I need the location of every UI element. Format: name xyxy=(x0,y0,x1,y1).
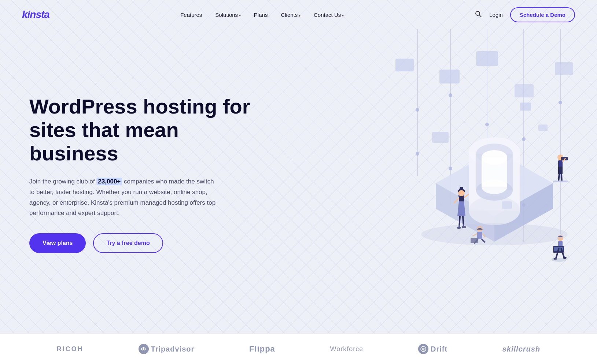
svg-point-8 xyxy=(449,167,452,170)
schedule-demo-button[interactable]: Schedule a Demo xyxy=(510,7,575,22)
brand-ricoh: RICOH xyxy=(57,345,84,353)
hero-section: WordPress hosting for sites that mean bu… xyxy=(0,29,597,333)
nav-plans[interactable]: Plans xyxy=(254,12,268,18)
view-plans-button[interactable]: View plans xyxy=(29,233,86,253)
svg-point-80 xyxy=(143,347,144,348)
svg-line-61 xyxy=(561,174,562,181)
svg-point-17 xyxy=(522,137,526,141)
svg-point-7 xyxy=(449,93,452,97)
nav-solutions[interactable]: Solutions xyxy=(215,12,241,18)
svg-rect-5 xyxy=(395,59,414,71)
hero-content: WordPress hosting for sites that mean bu… xyxy=(29,95,264,253)
svg-rect-72 xyxy=(520,103,531,111)
svg-point-22 xyxy=(559,101,562,104)
hero-description: Join the growing club of 23,000+ compani… xyxy=(29,177,220,219)
brand-workforce: Workforce xyxy=(330,345,364,353)
search-button[interactable] xyxy=(475,10,482,19)
try-demo-button[interactable]: Try a free demo xyxy=(93,233,163,253)
svg-rect-57 xyxy=(558,167,563,174)
header-actions: Login Schedule a Demo xyxy=(475,7,575,22)
svg-point-4 xyxy=(416,152,419,156)
svg-point-71 xyxy=(552,258,567,262)
svg-point-81 xyxy=(421,346,426,352)
svg-point-3 xyxy=(416,108,419,112)
nav-clients[interactable]: Clients xyxy=(281,12,301,18)
svg-line-1 xyxy=(479,15,482,17)
svg-point-75 xyxy=(421,223,568,245)
nav-features[interactable]: Features xyxy=(180,12,202,18)
nav-contact[interactable]: Contact Us xyxy=(314,12,344,18)
brand-tripadvisor: Tripadvisor xyxy=(139,344,195,354)
svg-point-79 xyxy=(144,349,145,349)
header: kinsta Features Solutions Plans Clients … xyxy=(0,0,597,29)
svg-rect-19 xyxy=(515,84,534,97)
login-link[interactable]: Login xyxy=(489,12,503,18)
main-nav: Features Solutions Plans Clients Contact… xyxy=(180,12,344,18)
svg-rect-73 xyxy=(538,125,548,131)
svg-rect-9 xyxy=(439,70,460,83)
logo[interactable]: kinsta xyxy=(22,9,49,21)
hero-illustration xyxy=(282,29,597,330)
svg-point-78 xyxy=(142,349,143,349)
brand-skillcrush: skillcrush xyxy=(502,345,540,353)
hero-title: WordPress hosting for sites that mean bu… xyxy=(29,95,264,166)
svg-rect-10 xyxy=(432,132,449,143)
highlight-number: 23,000+ xyxy=(96,178,122,185)
svg-point-47 xyxy=(460,187,463,190)
svg-line-60 xyxy=(559,174,559,181)
svg-rect-74 xyxy=(502,201,512,209)
brand-drift: Drift xyxy=(418,344,447,354)
brand-flippa: Flippa xyxy=(249,344,275,354)
search-icon xyxy=(475,10,482,19)
hero-buttons: View plans Try a free demo xyxy=(29,233,264,253)
brands-bar: RICOH Tripadvisor Flippa Workforce Drift… xyxy=(0,333,597,364)
svg-rect-24 xyxy=(555,62,573,75)
tripadvisor-icon xyxy=(139,344,149,354)
drift-icon xyxy=(418,344,428,354)
svg-rect-62 xyxy=(553,181,568,182)
svg-point-36 xyxy=(482,179,507,194)
svg-point-12 xyxy=(485,123,489,126)
svg-rect-14 xyxy=(476,51,498,66)
